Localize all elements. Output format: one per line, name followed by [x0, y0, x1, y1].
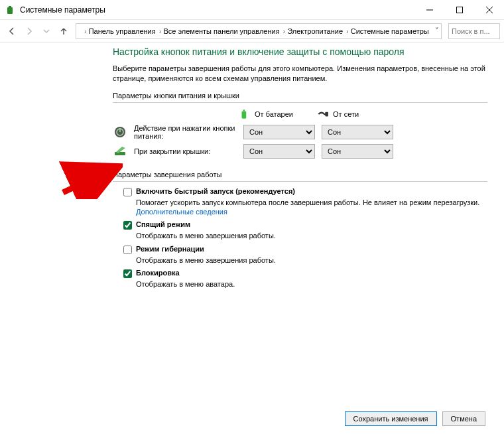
sleep-label: Спящий режим: [136, 220, 190, 228]
battery-app-icon: [5, 5, 16, 15]
battery-icon: [239, 108, 251, 120]
row-power-button: Действие при нажатии кнопки питания: Сон…: [113, 124, 487, 140]
up-button[interactable]: [56, 23, 72, 39]
hibernate-checkbox[interactable]: [123, 246, 132, 254]
row-lid-close-label: При закрытии крышки:: [134, 147, 237, 155]
svg-rect-10: [325, 111, 328, 116]
lid-close-battery-select[interactable]: Сон: [243, 144, 315, 159]
svg-rect-14: [115, 152, 125, 155]
cancel-button[interactable]: Отмена: [442, 411, 485, 426]
power-button-battery-select[interactable]: Сон: [243, 125, 315, 139]
section-label-buttons: Параметры кнопки питания и крышки: [113, 92, 487, 100]
col-ac-label: От сети: [333, 110, 359, 118]
dialog-footer: Сохранить изменения Отмена: [345, 411, 485, 426]
svg-rect-9: [243, 109, 245, 111]
maximize-button[interactable]: [444, 0, 474, 20]
lock-checkbox[interactable]: [123, 269, 132, 278]
back-button[interactable]: [4, 23, 20, 39]
svg-rect-0: [7, 7, 13, 14]
power-button-icon: [113, 125, 127, 139]
fast-startup-more-link[interactable]: Дополнительные сведения: [136, 208, 227, 216]
divider: [113, 181, 487, 182]
search-input[interactable]: Поиск в п...: [448, 23, 500, 39]
breadcrumb-item[interactable]: Все элементы панели управления: [161, 27, 281, 35]
fast-startup-desc: Помогает ускорить запуск компьютера посл…: [136, 198, 487, 217]
forward-button[interactable]: [21, 23, 37, 39]
lock-label: Блокировка: [136, 269, 180, 277]
breadcrumb[interactable]: › Панель управления › Все элементы панел…: [76, 23, 442, 39]
breadcrumb-item[interactable]: Системные параметры: [349, 27, 431, 35]
titlebar: Системные параметры: [0, 0, 504, 20]
lid-close-ac-select[interactable]: Сон: [322, 144, 393, 159]
laptop-lid-icon: [113, 144, 127, 159]
window-title: Системные параметры: [20, 5, 414, 15]
hibernate-label: Режим гибернации: [136, 245, 204, 253]
sleep-desc: Отображать в меню завершения работы.: [136, 231, 487, 240]
fast-startup-checkbox[interactable]: [123, 188, 132, 196]
divider: [113, 102, 487, 103]
svg-rect-1: [9, 6, 11, 7]
lock-desc: Отображать в меню аватара.: [136, 279, 487, 289]
svg-rect-3: [456, 7, 462, 13]
row-lid-close: При закрытии крышки: Сон Сон: [113, 144, 487, 159]
search-placeholder: Поиск в п...: [452, 27, 490, 35]
minimize-button[interactable]: [414, 0, 444, 20]
section-label-shutdown: Параметры завершения работы: [113, 171, 487, 179]
breadcrumb-item[interactable]: Электропитание: [285, 27, 345, 35]
save-button[interactable]: Сохранить изменения: [345, 411, 437, 426]
nav-toolbar: › Панель управления › Все элементы панел…: [0, 20, 504, 42]
svg-rect-8: [242, 111, 247, 118]
close-button[interactable]: [474, 0, 504, 20]
power-columns-header: От батареи От сети: [113, 108, 487, 120]
sleep-checkbox[interactable]: [123, 221, 132, 230]
chevron-down-icon[interactable]: ˅: [432, 27, 442, 35]
recent-dropdown[interactable]: [38, 23, 54, 39]
hibernate-desc: Отображать в меню завершения работы.: [136, 255, 487, 265]
page-intro: Выберите параметры завершения работы для…: [113, 64, 487, 84]
option-lock: Блокировка Отображать в меню аватара.: [123, 269, 487, 289]
power-button-ac-select[interactable]: Сон: [322, 125, 393, 139]
plug-icon: [317, 108, 329, 120]
col-battery-label: От батареи: [255, 110, 293, 118]
breadcrumb-item[interactable]: Панель управления: [87, 27, 158, 35]
row-power-button-label: Действие при нажатии кнопки питания:: [134, 124, 237, 140]
option-hibernate: Режим гибернации Отображать в меню завер…: [123, 245, 487, 265]
svg-line-15: [63, 169, 115, 192]
page-heading: Настройка кнопок питания и включение защ…: [113, 46, 487, 57]
fast-startup-label: Включить быстрый запуск (рекомендуется): [136, 187, 295, 195]
option-fast-startup: Включить быстрый запуск (рекомендуется) …: [123, 187, 487, 217]
content-area: Настройка кнопок питания и включение защ…: [113, 46, 487, 293]
option-sleep: Спящий режим Отображать в меню завершени…: [123, 220, 487, 240]
